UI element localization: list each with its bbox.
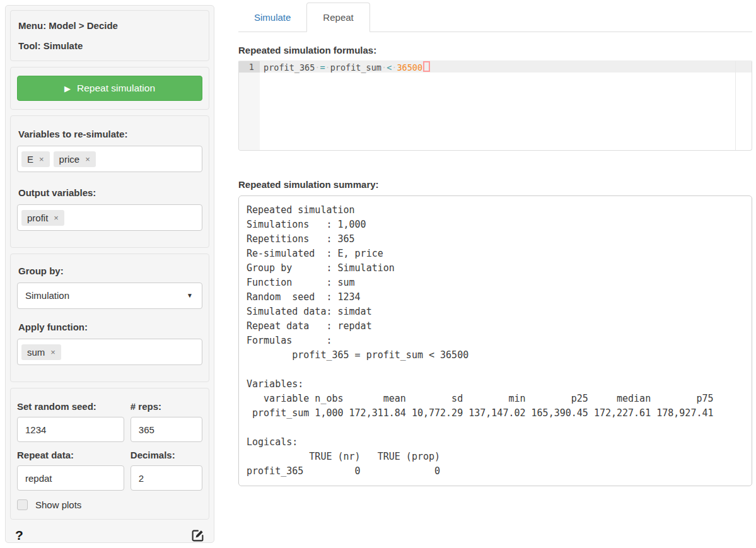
chevron-down-icon: ▼: [187, 283, 193, 308]
remove-tag-icon[interactable]: ×: [54, 213, 59, 223]
menu-breadcrumb: Menu: Model > Decide: [18, 20, 201, 31]
settings-panel: Set random seed: # reps: Repeat data: De…: [10, 388, 209, 520]
sidebar-footer: ?: [10, 525, 209, 543]
code-token-space: ·: [325, 62, 330, 73]
group-by-label: Group by:: [18, 265, 202, 276]
editor-print-margin: [735, 61, 736, 150]
sidebar: Menu: Model > Decide Tool: Simulate ▶ Re…: [5, 5, 214, 543]
show-plots-label: Show plots: [35, 499, 81, 510]
help-icon[interactable]: ?: [15, 528, 23, 543]
code-token-identifier: profit_365: [264, 62, 315, 73]
tag-pill: profit×: [21, 210, 64, 226]
tag-pill: price×: [54, 151, 96, 167]
tag-label: price: [59, 154, 80, 165]
repeat-data-label: Repeat data:: [17, 450, 124, 460]
apply-function-label: Apply function:: [18, 322, 202, 332]
resim-tag-input[interactable]: E×price×: [17, 146, 202, 172]
tool-label: Tool: Simulate: [18, 40, 201, 51]
main-panel: Simulate Repeat Repeated simulation form…: [238, 0, 752, 486]
formula-code-editor[interactable]: 1 profit_365·=·profit_sum·<·36500: [238, 61, 752, 151]
grouping-panel: Group by: Simulation ▼ Apply function: s…: [10, 254, 209, 382]
tag-pill: E×: [21, 151, 50, 167]
apply-function-tag-input[interactable]: sum×: [17, 339, 202, 365]
group-by-value: Simulation: [25, 290, 69, 301]
tab-simulate[interactable]: Simulate: [238, 3, 306, 32]
output-variables-label: Output variables:: [18, 187, 202, 198]
code-token-number: 36500: [397, 62, 422, 73]
repeat-simulation-button[interactable]: ▶ Repeat simulation: [17, 76, 202, 101]
summary-output-text: Repeated simulation Simulations : 1,000 …: [247, 203, 744, 479]
code-token-space: ·: [381, 62, 387, 73]
app-screen: Menu: Model > Decide Tool: Simulate ▶ Re…: [0, 0, 756, 548]
remove-tag-icon[interactable]: ×: [39, 154, 44, 164]
formulas-section-label: Repeated simulation formulas:: [238, 45, 752, 55]
run-panel: ▶ Repeat simulation: [10, 67, 209, 110]
play-icon: ▶: [64, 85, 71, 93]
decimals-label: Decimals:: [131, 450, 202, 460]
output-variables-tag-input[interactable]: profit×: [17, 204, 202, 231]
remove-tag-icon[interactable]: ×: [50, 347, 55, 357]
reps-input[interactable]: [131, 417, 202, 442]
show-plots-checkbox[interactable]: [17, 499, 28, 510]
edit-report-icon[interactable]: [191, 529, 204, 542]
formula-code-line: profit_365·=·profit_sum·<·36500: [264, 61, 430, 73]
seed-input[interactable]: [17, 417, 124, 442]
tag-label: sum: [27, 347, 45, 358]
remove-tag-icon[interactable]: ×: [85, 154, 90, 164]
menu-panel: Menu: Model > Decide Tool: Simulate: [10, 10, 209, 61]
tab-repeat[interactable]: Repeat: [306, 3, 369, 32]
editor-cursor: [423, 61, 430, 72]
tag-label: profit: [27, 213, 48, 223]
summary-output-box: Repeated simulation Simulations : 1,000 …: [238, 195, 752, 486]
decimals-input[interactable]: [131, 465, 202, 491]
code-token-identifier: profit_sum: [330, 62, 381, 73]
tab-bar: Simulate Repeat: [238, 0, 752, 32]
summary-section-label: Repeated simulation summary:: [238, 179, 752, 190]
editor-gutter: [239, 61, 260, 150]
reps-label: # reps:: [131, 401, 202, 412]
code-token-operator: =: [320, 62, 325, 73]
repeat-simulation-button-label: Repeat simulation: [77, 83, 155, 94]
repeat-data-input[interactable]: [17, 465, 124, 491]
group-by-select[interactable]: Simulation ▼: [17, 283, 202, 309]
variables-panel: Variables to re-simulate: E×price× Outpu…: [10, 115, 209, 248]
tag-pill: sum×: [21, 344, 61, 360]
editor-line-number: 1: [239, 61, 260, 73]
seed-label: Set random seed:: [17, 401, 124, 412]
resim-label: Variables to re-simulate:: [18, 129, 202, 139]
tag-label: E: [27, 154, 33, 165]
